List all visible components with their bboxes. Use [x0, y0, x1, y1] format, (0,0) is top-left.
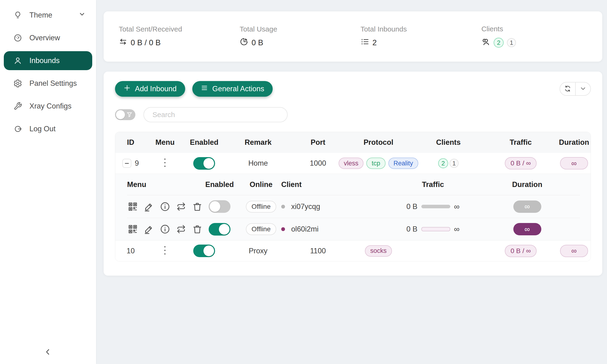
subcol-header-online: Online: [250, 180, 272, 189]
inbound-enabled-toggle[interactable]: [193, 157, 215, 170]
traffic-used: 0 B: [406, 225, 418, 234]
duration-pill: ∞: [513, 223, 541, 235]
delete-icon[interactable]: [192, 201, 203, 212]
qr-code-icon[interactable]: [127, 223, 138, 235]
plus-icon: [123, 84, 131, 93]
info-icon[interactable]: [159, 223, 171, 235]
client-name: ol60i2mi: [291, 225, 318, 234]
client-row: Offline xi07ycqg 0 B ∞ ∞: [127, 195, 580, 218]
traffic-used: 0 B: [406, 202, 418, 211]
delete-icon[interactable]: [192, 223, 203, 235]
stat-clients: Clients 2 1: [481, 25, 602, 48]
traffic-limit: ∞: [454, 202, 460, 211]
client-status-dot: [281, 227, 285, 231]
client-name: xi07ycqg: [291, 202, 320, 211]
sidebar-item-theme[interactable]: Theme: [4, 6, 92, 25]
refresh-icon: [564, 85, 571, 93]
collapse-row-button[interactable]: [122, 159, 131, 168]
stat-label: Total Sent/Received: [119, 25, 240, 33]
sidebar-item-panel-settings[interactable]: Panel Settings: [4, 74, 92, 93]
client-enabled-toggle[interactable]: [209, 223, 230, 235]
info-icon[interactable]: [159, 201, 171, 212]
logout-icon: [13, 124, 22, 133]
general-actions-button[interactable]: General Actions: [192, 81, 273, 97]
traffic-progress-bar: [421, 205, 450, 208]
qr-code-icon[interactable]: [127, 201, 138, 212]
col-header-remark: Remark: [245, 138, 272, 147]
chevron-left-icon: [44, 353, 52, 357]
stat-total-inbounds: Total Inbounds 2: [361, 25, 482, 48]
traffic-pill: 0 B / ∞: [505, 157, 536, 169]
inbound-port: 1100: [310, 247, 326, 255]
user-icon: [13, 56, 22, 65]
stat-label: Total Inbounds: [361, 25, 482, 33]
inbound-enabled-toggle[interactable]: [193, 245, 215, 257]
col-header-enabled: Enabled: [190, 138, 219, 147]
sidebar-item-label: Theme: [29, 11, 52, 19]
stat-total-usage: Total Usage 0 B: [240, 25, 361, 48]
col-header-duration: Duration: [559, 138, 589, 147]
sidebar: Theme Overview Inbounds: [0, 0, 96, 364]
sidebar-item-label: Log Out: [29, 125, 55, 133]
stat-value-text: 0 B / 0 B: [131, 38, 161, 47]
col-header-port: Port: [311, 138, 325, 147]
reset-traffic-icon[interactable]: [175, 223, 187, 235]
toolbar: Add Inbound General Actions: [115, 81, 591, 97]
sidebar-collapse-button[interactable]: [41, 345, 55, 359]
inbounds-card: Add Inbound General Actions: [104, 72, 602, 276]
traffic-limit: ∞: [454, 225, 460, 234]
col-header-clients: Clients: [436, 138, 461, 147]
inbound-id: 10: [127, 247, 135, 255]
sidebar-item-inbounds[interactable]: Inbounds: [4, 51, 92, 70]
add-inbound-button[interactable]: Add Inbound: [115, 81, 185, 97]
sidebar-item-overview[interactable]: Overview: [4, 28, 92, 47]
pie-chart-icon: [240, 38, 248, 48]
sidebar-item-label: Inbounds: [29, 56, 60, 65]
traffic-pill: 0 B / ∞: [505, 245, 536, 257]
traffic-progress-bar: [421, 227, 450, 231]
kebab-menu-icon[interactable]: [160, 245, 170, 257]
edit-icon[interactable]: [143, 201, 155, 212]
kebab-menu-icon[interactable]: [160, 157, 170, 169]
clients-subtable: Menu Enabled Online Client Traffic Durat…: [115, 174, 591, 240]
stat-total-sent-received: Total Sent/Received 0 B / 0 B: [119, 25, 240, 48]
refresh-button[interactable]: [560, 82, 575, 95]
client-status-dot: [281, 205, 285, 208]
clients-online-badge: 2: [494, 38, 504, 48]
table-row: 10 Proxy 1100 socks 0 B / ∞ ∞: [115, 240, 591, 261]
search-input[interactable]: [144, 107, 288, 122]
stat-value-text: 2: [372, 38, 377, 47]
sidebar-item-log-out[interactable]: Log Out: [4, 119, 92, 138]
chevron-down-icon: [580, 86, 586, 92]
subcol-header-traffic: Traffic: [422, 180, 444, 189]
client-enabled-toggle[interactable]: [209, 200, 230, 213]
protocol-tag: vless: [339, 157, 364, 169]
col-header-id: ID: [127, 138, 134, 147]
inbound-remark: Proxy: [249, 247, 267, 255]
subtable-header-row: Menu Enabled Online Client Traffic Durat…: [127, 174, 580, 195]
duration-pill: ∞: [560, 157, 588, 169]
search-filter-toggle[interactable]: [115, 109, 135, 120]
refresh-options-button[interactable]: [575, 82, 590, 95]
dashboard-icon: [13, 33, 22, 42]
stat-label: Clients: [481, 25, 602, 33]
duration-pill: ∞: [560, 245, 588, 257]
refresh-split-button: [560, 82, 591, 96]
lightbulb-icon: [13, 11, 22, 20]
reset-traffic-icon[interactable]: [175, 201, 187, 212]
wrench-icon: [13, 102, 22, 111]
online-status-badge: Offline: [246, 223, 276, 235]
stat-value-text: 0 B: [251, 38, 264, 47]
users-icon: [481, 37, 490, 48]
inbounds-table: ID Menu Enabled Remark Port Protocol Cli…: [115, 132, 591, 261]
online-status-badge: Offline: [246, 201, 276, 213]
inbound-id: 9: [135, 159, 139, 168]
edit-icon[interactable]: [143, 223, 155, 235]
inbound-remark: Home: [248, 159, 268, 168]
col-header-traffic: Traffic: [510, 138, 532, 147]
sidebar-item-xray-configs[interactable]: Xray Configs: [4, 97, 92, 116]
transfer-arrows-icon: [119, 38, 127, 48]
stats-card: Total Sent/Received 0 B / 0 B Total Usag…: [104, 11, 602, 62]
col-header-protocol: Protocol: [364, 138, 393, 147]
sidebar-item-label: Overview: [29, 34, 60, 42]
